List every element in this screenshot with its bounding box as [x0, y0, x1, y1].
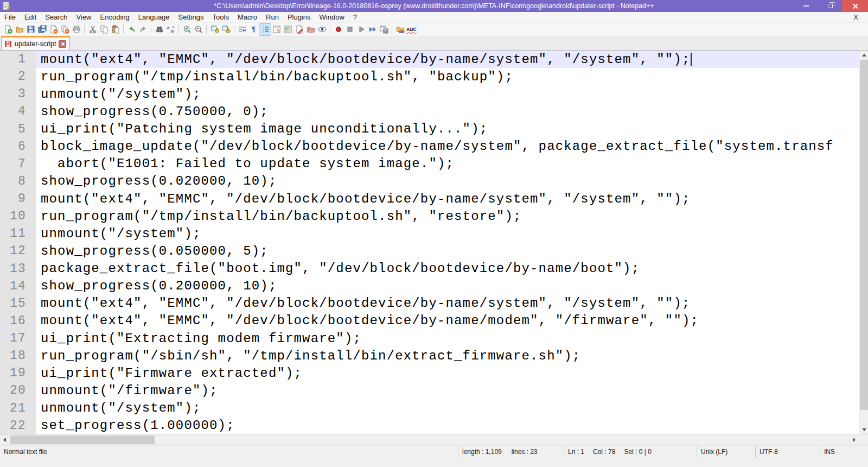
unsaved-floppy-icon — [4, 40, 12, 48]
monitoring-icon[interactable] — [316, 24, 328, 35]
menubar-close-button[interactable]: X — [850, 13, 861, 21]
replace-icon[interactable]: ab — [165, 24, 176, 35]
close-all-documents-icon[interactable] — [59, 24, 71, 35]
code-line[interactable]: 5ui_print("Patching system image uncondi… — [0, 121, 868, 138]
close-document-icon[interactable] — [48, 24, 59, 35]
find-icon[interactable] — [154, 24, 165, 35]
code-line[interactable]: 12show_progress(0.050000, 5); — [0, 242, 868, 260]
zoom-out-icon[interactable] — [193, 24, 204, 35]
scroll-left-arrow[interactable] — [0, 435, 9, 445]
horizontal-scrollbar[interactable] — [0, 434, 868, 445]
undo-icon[interactable] — [126, 24, 137, 35]
menu-search[interactable]: Search — [41, 12, 72, 23]
code-line[interactable]: 19ui_print("Firmware extracted"); — [0, 364, 868, 382]
new-file-icon[interactable] — [2, 24, 14, 35]
sync-vertical-scrolling-icon[interactable] — [209, 24, 220, 35]
code-line[interactable]: 6block_image_update("/dev/block/bootdevi… — [0, 138, 868, 155]
status-encoding[interactable]: UTF-8 — [756, 445, 820, 458]
notepad-plus-plus-icon — [2, 2, 11, 10]
macro-play-icon[interactable] — [355, 24, 367, 35]
macro-stop-icon[interactable] — [344, 24, 355, 35]
scroll-down-arrow[interactable] — [859, 425, 868, 434]
horizontal-scrollbar-thumb[interactable] — [10, 436, 155, 444]
close-button[interactable] — [842, 0, 868, 12]
code-line[interactable]: 13package_extract_file("boot.img", "/dev… — [0, 260, 868, 277]
menu-help[interactable]: ? — [349, 12, 361, 23]
macro-save-icon[interactable] — [378, 24, 390, 35]
toolbar-separator — [151, 25, 151, 34]
word-wrap-icon[interactable] — [237, 24, 248, 35]
code-line[interactable]: 7 abort("E1001: Failed to update system … — [0, 155, 868, 173]
spell-check-icon[interactable]: ABC — [406, 24, 417, 35]
tab-close-button[interactable] — [59, 40, 66, 48]
macro-record-icon[interactable] — [333, 24, 344, 35]
vertical-scrollbar-thumb[interactable] — [860, 60, 868, 410]
code-line[interactable]: 18run_program("/sbin/sh", "/tmp/install/… — [0, 347, 868, 364]
right-arrow-icon — [853, 438, 856, 442]
save-all-icon[interactable] — [36, 24, 48, 35]
folder-as-workspace-icon[interactable] — [305, 24, 316, 35]
menu-plugins[interactable]: Plugins — [283, 12, 315, 23]
sync-horizontal-scrolling-icon[interactable] — [220, 24, 232, 35]
left-arrow-icon — [3, 438, 6, 442]
toolbar-separator — [330, 25, 330, 34]
code-line[interactable]: 1mount("ext4", "EMMC", "/dev/block/bootd… — [0, 51, 868, 68]
status-selection: Sel : 0 | 0 — [624, 448, 651, 456]
show-all-characters-icon[interactable]: ¶ — [248, 24, 259, 35]
copy-icon[interactable] — [98, 24, 110, 35]
code-line[interactable]: 16mount("ext4", "EMMC", "/dev/block/boot… — [0, 312, 868, 330]
menu-window[interactable]: Window — [315, 12, 349, 23]
editor[interactable]: 1mount("ext4", "EMMC", "/dev/block/bootd… — [0, 51, 868, 434]
document-map-icon[interactable] — [282, 24, 293, 35]
macro-run-multiple-icon[interactable] — [367, 24, 378, 35]
code-line[interactable]: 21unmount("/system"); — [0, 400, 868, 417]
code-line[interactable]: 10run_program("/tmp/install/bin/backupto… — [0, 207, 868, 225]
menu-tools[interactable]: Tools — [208, 12, 233, 23]
code-line[interactable]: 3unmount("/system"); — [0, 85, 868, 103]
menu-encoding[interactable]: Encoding — [96, 12, 134, 23]
tab-close-icon — [60, 42, 65, 46]
print-icon[interactable] — [71, 24, 82, 35]
menu-macro[interactable]: Macro — [233, 12, 261, 23]
save-icon[interactable] — [25, 24, 36, 35]
code-line[interactable]: 4show_progress(0.750000, 0); — [0, 103, 868, 120]
minimize-button[interactable] — [794, 0, 818, 12]
document-switcher-icon[interactable] — [293, 24, 305, 35]
code-line[interactable]: 20unmount("/firmware"); — [0, 382, 868, 399]
code-line[interactable]: 15mount("ext4", "EMMC", "/dev/block/boot… — [0, 295, 868, 312]
code-line[interactable]: 17ui_print("Extracting modem firmware"); — [0, 330, 868, 347]
scroll-right-arrow[interactable] — [850, 435, 859, 445]
open-folder-icon[interactable] — [14, 24, 25, 35]
code-line[interactable]: 14show_progress(0.200000, 10); — [0, 277, 868, 295]
paste-icon[interactable] — [110, 24, 121, 35]
menu-edit[interactable]: Edit — [20, 12, 41, 23]
function-list-icon[interactable] — [271, 24, 282, 35]
code-line[interactable]: 2run_program("/tmp/install/bin/backuptoo… — [0, 68, 868, 85]
restore-button[interactable] — [818, 0, 842, 12]
menubar: File Edit Search View Encoding Language … — [0, 12, 868, 23]
status-insert-mode[interactable]: INS — [820, 445, 868, 458]
redo-icon[interactable] — [137, 24, 149, 35]
tab-updater-script[interactable]: updater-script — [1, 36, 70, 50]
zoom-in-icon[interactable] — [181, 24, 193, 35]
code-line[interactable]: 11unmount("/system"); — [0, 225, 868, 242]
menu-view[interactable]: View — [72, 12, 96, 23]
svg-text:b: b — [171, 29, 174, 34]
code-line[interactable]: 8show_progress(0.020000, 10); — [0, 173, 868, 190]
code-line[interactable]: 9mount("ext4", "EMMC", "/dev/block/bootd… — [0, 190, 868, 207]
menu-run[interactable]: Run — [261, 12, 283, 23]
show-indent-guide-icon[interactable] — [259, 24, 271, 35]
menu-file[interactable]: File — [0, 12, 20, 23]
status-eol-format[interactable]: Unix (LF) — [697, 445, 756, 458]
vertical-scrollbar[interactable] — [859, 51, 868, 434]
text-caret — [691, 53, 692, 66]
scroll-up-arrow[interactable] — [859, 51, 868, 60]
menu-language[interactable]: Language — [134, 12, 174, 23]
toolbar-separator — [178, 25, 179, 34]
mime-tools-icon[interactable] — [394, 24, 406, 35]
status-length: length : 1,109 — [462, 448, 502, 456]
cut-icon[interactable] — [87, 24, 98, 35]
menu-settings[interactable]: Settings — [174, 12, 208, 23]
code-line[interactable]: 22set_progress(1.000000); — [0, 417, 868, 434]
titlebar: *C:\Users\admin\Desktop\Error\lineage-16… — [0, 0, 868, 12]
